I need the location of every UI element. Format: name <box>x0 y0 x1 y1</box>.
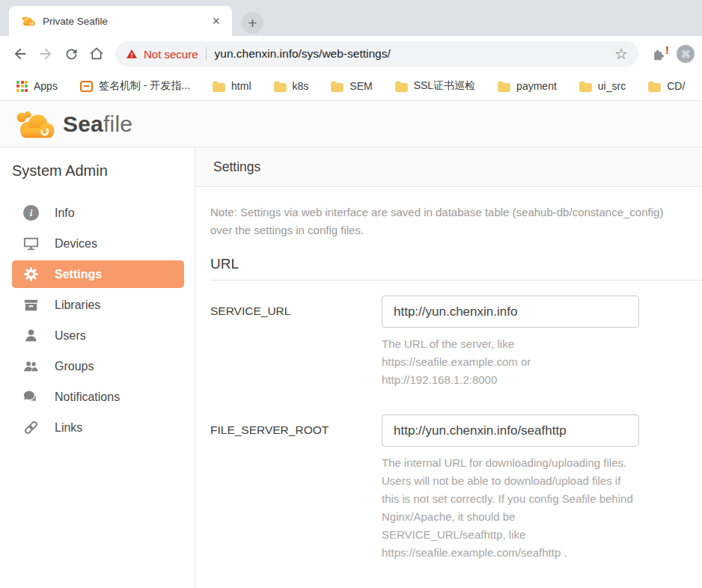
form-row-service-url: SERVICE_URL The URL of the server, like … <box>210 295 702 389</box>
not-secure-warning-icon <box>126 48 138 60</box>
new-tab-button[interactable]: + <box>242 12 263 34</box>
bookmark-folder[interactable]: html <box>207 80 257 92</box>
seafile-favicon <box>21 15 36 27</box>
sidebar-item-label: Users <box>55 329 86 343</box>
settings-note: Note: Settings via web interface are sav… <box>210 203 702 239</box>
service-url-input[interactable] <box>382 295 639 328</box>
bookmark-folder[interactable]: k8s <box>268 80 315 92</box>
bookmark-item[interactable]: 签名机制 - 开发指... <box>74 79 196 93</box>
field-help-text: The internal URL for downloading/uploadi… <box>382 454 640 562</box>
sidebar-item-label: Devices <box>55 237 97 251</box>
reload-button[interactable] <box>58 41 84 67</box>
info-icon: i <box>22 204 40 221</box>
bookmarks-bar: Apps 签名机制 - 开发指... html k8s SEM SSL证书巡检 … <box>0 72 702 101</box>
sidebar-item-users[interactable]: Users <box>0 320 195 351</box>
sidebar-item-links[interactable]: Links <box>0 412 195 443</box>
seafile-logo-text[interactable]: Seafile <box>63 111 132 137</box>
sidebar-item-label: Settings <box>55 268 102 281</box>
sidebar-item-devices[interactable]: Devices <box>0 228 195 259</box>
bookmark-label: html <box>231 80 251 92</box>
url-text[interactable]: yun.chenxin.info/sys/web-settings/ <box>215 47 609 61</box>
note-line-2: over the settings in config files. <box>210 221 702 239</box>
folder-icon <box>648 81 661 92</box>
user-icon <box>22 327 40 344</box>
bookmark-label: SSL证书巡检 <box>414 79 475 93</box>
folder-icon <box>331 81 344 92</box>
browser-toolbar: Not secure yun.chenxin.info/sys/web-sett… <box>0 36 702 72</box>
section-title-url: URL <box>210 256 702 272</box>
browser-window: Private Seafile × + Not secure yun. <box>0 0 702 588</box>
note-line-1: Note: Settings via web interface are sav… <box>210 203 702 221</box>
section-divider <box>210 280 702 281</box>
file-server-root-input[interactable] <box>382 414 639 447</box>
logo-light: file <box>103 111 132 136</box>
main-header: Settings <box>195 147 702 187</box>
tab-strip: Private Seafile × + <box>0 0 702 36</box>
page-title: Settings <box>213 159 260 175</box>
bookmark-label: ui_src <box>598 80 626 92</box>
sidebar-item-label: Links <box>55 421 82 435</box>
gear-icon <box>22 266 40 283</box>
admin-sidebar: System Admin i Info Devices <box>0 147 195 588</box>
sidebar-item-label: Notifications <box>55 391 120 404</box>
bookmark-star-icon[interactable]: ☆ <box>608 45 629 63</box>
security-status-label[interactable]: Not secure <box>144 48 198 61</box>
browser-tab[interactable]: Private Seafile × <box>9 6 232 36</box>
bookmark-folder[interactable]: SSL证书巡检 <box>389 79 481 93</box>
archive-icon <box>22 296 40 313</box>
sidebar-item-info[interactable]: i Info <box>0 197 195 228</box>
monitor-icon <box>22 235 40 252</box>
field-help-text: The URL of the server, like https://seaf… <box>382 335 640 389</box>
omnibox-divider <box>206 47 207 61</box>
folder-icon <box>213 81 225 92</box>
bookmark-folder[interactable]: payment <box>492 80 563 92</box>
link-icon <box>22 419 40 436</box>
apps-grid-icon <box>16 81 28 92</box>
home-button[interactable] <box>84 41 109 67</box>
alert-badge: ! <box>665 43 669 56</box>
bookmark-label: Apps <box>34 80 58 92</box>
bookmark-label: CD/ <box>667 80 685 92</box>
sidebar-item-groups[interactable]: Groups <box>0 351 195 382</box>
chat-bubbles-icon <box>22 388 40 405</box>
sidebar-title: System Admin <box>0 162 195 180</box>
sidebar-item-libraries[interactable]: Libraries <box>0 290 195 320</box>
tab-title: Private Seafile <box>43 16 207 27</box>
form-row-file-server-root: FILE_SERVER_ROOT The internal URL for do… <box>210 414 702 562</box>
back-button[interactable] <box>7 41 33 67</box>
apps-shortcut[interactable]: Apps <box>10 80 64 92</box>
sidebar-item-settings[interactable]: Settings <box>12 260 184 288</box>
address-bar[interactable]: Not secure yun.chenxin.info/sys/web-sett… <box>115 41 638 67</box>
sidebar-item-label: Groups <box>55 360 94 373</box>
bookmark-folder[interactable]: SEM <box>325 80 378 92</box>
tab-close-icon[interactable]: × <box>207 14 225 28</box>
folder-icon <box>274 81 287 92</box>
bookmark-label: SEM <box>350 80 372 92</box>
group-icon <box>22 358 40 375</box>
bookmark-label: payment <box>516 80 557 92</box>
sidebar-item-notifications[interactable]: Notifications <box>0 382 195 412</box>
folder-icon <box>579 81 592 92</box>
seafile-logo-icon[interactable] <box>13 108 57 141</box>
bookmark-label: 签名机制 - 开发指... <box>99 79 190 93</box>
bookmark-folder[interactable]: ui_src <box>573 80 632 92</box>
logo-bold: Sea <box>63 111 103 136</box>
extension-cmd-icon[interactable]: ⌘ <box>677 45 695 63</box>
main-panel: Settings Note: Settings via web interfac… <box>195 147 702 588</box>
field-label: SERVICE_URL <box>210 295 382 389</box>
sidebar-item-label: Libraries <box>55 298 100 312</box>
bookmark-label: k8s <box>293 80 309 92</box>
field-label: FILE_SERVER_ROOT <box>210 414 382 562</box>
sidebar-item-label: Info <box>55 206 75 220</box>
forward-button[interactable] <box>33 41 58 67</box>
bookmark-folder[interactable]: CD/ <box>642 80 691 92</box>
extension-alert-icon[interactable]: ! <box>647 43 670 65</box>
seafile-header: Seafile <box>0 101 702 147</box>
folder-icon <box>395 81 408 92</box>
docs-favicon-icon <box>80 81 93 92</box>
folder-icon <box>498 81 510 92</box>
